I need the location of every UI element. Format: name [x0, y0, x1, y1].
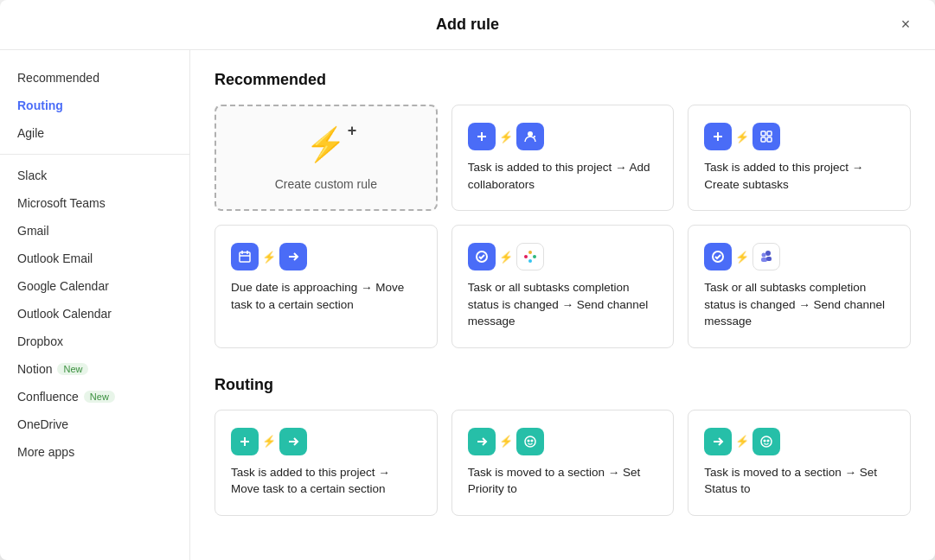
svg-rect-10 — [767, 137, 772, 142]
sidebar-item-label: Agile — [17, 126, 44, 140]
sidebar-item-more-apps[interactable]: More apps — [0, 438, 189, 466]
svg-point-30 — [525, 436, 535, 447]
svg-rect-25 — [766, 257, 772, 261]
routing-section-title: Routing — [215, 376, 911, 394]
subtasks-teams-card[interactable]: ⚡ Task or all subt — [688, 225, 911, 348]
sidebar-item-label: Notion — [17, 362, 52, 376]
sidebar-item-label: Dropbox — [17, 334, 63, 348]
card-label: Task or all subtasks completion status i… — [468, 279, 658, 330]
sidebar-item-recommended[interactable]: Recommended — [0, 64, 189, 92]
lightning-icon: ⚡ — [499, 130, 513, 143]
task-added-subtasks-card[interactable]: ⚡ Task is added to this project → Create… — [688, 105, 911, 211]
sidebar: Recommended Routing Agile Slack Microsof… — [0, 50, 190, 560]
main-content: Recommended ⚡ + Create custom rule — [190, 50, 935, 560]
card-icons: ⚡ — [468, 428, 658, 455]
sidebar-item-label: Outlook Calendar — [17, 307, 112, 321]
lightning-teal-icon: ⚡ — [735, 435, 749, 448]
card-icons: ⚡ — [231, 428, 421, 455]
svg-point-36 — [768, 440, 770, 442]
arrow-teal-icon-circle — [279, 428, 307, 455]
svg-rect-19 — [528, 251, 532, 254]
recommended-section: Recommended ⚡ + Create custom rule — [215, 71, 911, 348]
task-moved-priority-card[interactable]: ⚡ Task is moved to a section → Set Prior… — [451, 410, 675, 516]
plus-icon-circle — [704, 123, 732, 150]
arrow-icon-circle — [279, 243, 307, 270]
lightning-teal-icon: ⚡ — [262, 435, 276, 448]
sidebar-item-label: Recommended — [17, 71, 99, 85]
arrow-teal3-icon-circle — [704, 428, 732, 455]
sidebar-item-slack[interactable]: Slack — [0, 154, 189, 189]
create-custom-rule-card[interactable]: ⚡ + Create custom rule — [215, 105, 438, 211]
card-label: Task is added to this project → Add coll… — [468, 159, 658, 193]
card-label: Task or all subtasks completion status i… — [704, 279, 894, 330]
sidebar-item-label: Routing — [17, 99, 63, 112]
modal-header: Add rule × — [0, 0, 935, 50]
lightning-icon: ⚡ — [262, 251, 276, 264]
svg-point-23 — [762, 253, 766, 258]
lightning-icon: ⚡ — [499, 251, 513, 264]
sidebar-item-label: Confluence — [17, 390, 79, 404]
bolt-plus-icon: ⚡ + — [305, 125, 346, 163]
sidebar-item-google-calendar[interactable]: Google Calendar — [0, 272, 189, 300]
bolt-icon: ⚡ — [305, 125, 346, 163]
sidebar-item-routing[interactable]: Routing — [0, 92, 189, 119]
sidebar-item-label: Slack — [17, 169, 47, 182]
plus-icon: + — [348, 122, 357, 140]
svg-point-35 — [765, 440, 766, 442]
lightning-icon: ⚡ — [735, 251, 749, 264]
sidebar-item-label: Google Calendar — [17, 279, 109, 293]
sidebar-item-label: Gmail — [17, 224, 49, 238]
svg-point-22 — [765, 251, 771, 256]
svg-rect-9 — [761, 137, 765, 142]
sidebar-item-dropbox[interactable]: Dropbox — [0, 328, 189, 355]
sidebar-item-outlook-email[interactable]: Outlook Email — [0, 245, 189, 272]
svg-rect-17 — [524, 255, 528, 258]
card-icons: ⚡ — [704, 243, 894, 270]
plus-icon-circle — [468, 123, 496, 150]
card-label: Task is added to this project → Move tas… — [231, 464, 421, 498]
sidebar-item-agile[interactable]: Agile — [0, 119, 189, 147]
svg-point-31 — [528, 440, 529, 442]
task-added-collaborators-card[interactable]: ⚡ Task is added to this project → Add co… — [451, 105, 675, 211]
card-label: Due date is approaching → Move task to a… — [231, 279, 421, 313]
subtasks-slack-card[interactable]: ⚡ Task or all subt — [451, 225, 675, 348]
teams-icon-circle — [752, 243, 780, 270]
svg-rect-8 — [767, 131, 772, 136]
sidebar-item-label: Outlook Email — [17, 251, 93, 265]
card-label: Task is moved to a section → Set Status … — [704, 464, 894, 498]
confluence-new-badge: New — [84, 391, 115, 403]
svg-point-2 — [528, 131, 533, 137]
sidebar-item-label: Microsoft Teams — [17, 196, 106, 210]
svg-point-34 — [761, 436, 772, 447]
routing-section: Routing ⚡ Task is adde — [215, 376, 911, 516]
svg-rect-7 — [761, 131, 765, 136]
recommended-section-title: Recommended — [215, 71, 911, 89]
task-moved-status-card[interactable]: ⚡ Task is moved to a section → Set Statu… — [688, 410, 911, 516]
sidebar-item-gmail[interactable]: Gmail — [0, 217, 189, 245]
task-added-move-card[interactable]: ⚡ Task is added to this project → Move t… — [215, 410, 438, 516]
smiley-icon-circle — [516, 428, 544, 455]
sidebar-item-outlook-calendar[interactable]: Outlook Calendar — [0, 300, 189, 328]
close-button[interactable]: × — [893, 13, 918, 37]
slack-icon-circle — [516, 243, 544, 270]
sidebar-item-confluence[interactable]: Confluence New — [0, 383, 189, 410]
card-icons: ⚡ — [468, 123, 658, 150]
card-icons: ⚡ — [231, 243, 421, 270]
svg-rect-20 — [528, 259, 532, 263]
card-icons: ⚡ — [468, 243, 658, 270]
sidebar-item-label: OneDrive — [17, 417, 68, 431]
plus-teal-icon-circle — [231, 428, 259, 455]
due-date-section-card[interactable]: ⚡ Due date is approaching → Move task to… — [215, 225, 438, 348]
arrow-teal2-icon-circle — [468, 428, 496, 455]
smiley2-icon-circle — [752, 428, 780, 455]
sidebar-item-microsoft-teams[interactable]: Microsoft Teams — [0, 189, 189, 217]
modal-title: Add rule — [436, 16, 499, 34]
modal-body: Recommended Routing Agile Slack Microsof… — [0, 50, 935, 560]
card-icons: ⚡ — [704, 123, 894, 150]
sidebar-item-notion[interactable]: Notion New — [0, 355, 189, 383]
custom-rule-icon: ⚡ + — [305, 125, 346, 163]
subtask-icon-circle — [752, 123, 780, 150]
card-label: Task is moved to a section → Set Priorit… — [468, 464, 658, 498]
routing-cards-grid: ⚡ Task is added to this project → Move t… — [215, 410, 911, 516]
sidebar-item-onedrive[interactable]: OneDrive — [0, 410, 189, 438]
